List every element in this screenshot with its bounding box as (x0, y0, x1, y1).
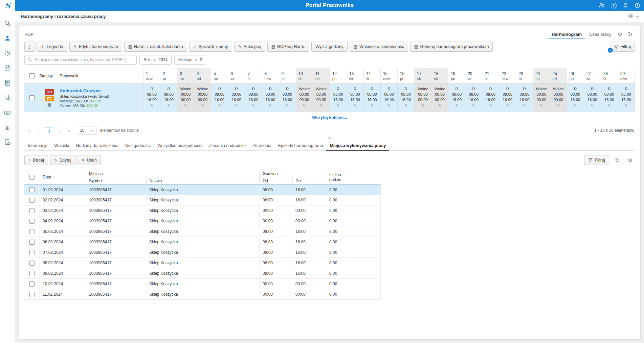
row-checkbox[interactable] (29, 95, 35, 100)
schedule-day-cell[interactable]: R 08:00 16:00 (482, 84, 499, 112)
schedule-day-cell[interactable]: R 08:00 16:00 (279, 84, 296, 112)
table-row[interactable]: 07.02.2024 1003985417 Sklep Koszycka 08:… (24, 247, 381, 258)
workspace-grid-icon[interactable] (628, 13, 634, 20)
edit-pencil-icon[interactable] (499, 103, 516, 108)
schedule-day-cell[interactable]: R 08:00 16:00 (398, 84, 415, 112)
sidebar-settings-document-icon[interactable] (4, 139, 11, 146)
current-page-button[interactable]: 1 (45, 127, 53, 134)
sidebar-document-icon[interactable] (4, 79, 11, 87)
calendar-grid-icon[interactable] (47, 102, 51, 107)
row-checkbox[interactable] (29, 219, 35, 224)
chevron-down-icon[interactable] (636, 14, 639, 18)
edit-pencil-icon[interactable] (279, 103, 296, 108)
detail-action-button[interactable]: + Dodaj (24, 155, 48, 165)
month-filter[interactable]: Miesiąc = 2 (174, 55, 206, 65)
toolbar-button[interactable]: Wylicz godziny (311, 42, 348, 52)
schedule-day-cell[interactable]: R 08:00 16:00 (364, 84, 381, 112)
schedule-day-cell[interactable]: Wolne 00:00 00:00 (415, 84, 431, 112)
edit-pencil-icon[interactable] (398, 103, 414, 108)
edit-pencil-icon[interactable] (618, 103, 635, 108)
edit-pencil-icon[interactable] (160, 103, 177, 108)
schedule-day-cell[interactable]: Wolne 00:00 00:00 (533, 84, 550, 112)
edit-pencil-icon[interactable] (211, 103, 228, 108)
sidebar-rcp-clock-icon[interactable] (4, 20, 11, 27)
next-page-button[interactable] (55, 126, 64, 134)
edit-pencil-icon[interactable] (533, 103, 550, 108)
edit-pencil-icon[interactable] (516, 103, 533, 108)
edit-pencil-icon[interactable] (584, 103, 601, 108)
schedule-day-cell[interactable]: Wolne 00:00 00:00 (431, 84, 448, 112)
edit-pencil-icon[interactable] (228, 103, 245, 108)
schedule-day-cell[interactable]: R 08:00 16:00 (228, 84, 245, 112)
edit-pencil-icon[interactable] (177, 103, 194, 108)
detail-tab[interactable]: Epizody harmonogramu (275, 141, 327, 151)
schedule-day-cell[interactable]: R 08:00 16:00 (567, 84, 584, 112)
collapse-panel-handle[interactable] (24, 136, 635, 139)
toolbar-button[interactable]: ✎ Autoryzuj (234, 42, 265, 52)
sidebar-employees-icon[interactable] (4, 34, 11, 42)
detail-action-button[interactable]: ✎ Edytuj (50, 155, 75, 165)
table-row[interactable]: 11.02.2024 1003985417 Sklep Koszycka 00:… (24, 289, 381, 300)
detail-tab[interactable]: Wnioski (51, 141, 72, 151)
detail-action-button[interactable]: ✕ Usuń (77, 155, 101, 165)
toolbar-button[interactable]: ✓ Sprawdź normy (189, 42, 232, 52)
year-filter[interactable]: Rok = 2024 (139, 55, 172, 65)
history-clock-icon[interactable] (634, 2, 641, 9)
edit-pencil-icon[interactable] (313, 103, 330, 108)
schedule-day-cell[interactable]: R 08:00 16:00 (516, 84, 533, 112)
edit-pencil-icon[interactable] (550, 103, 567, 108)
employee-name-link[interactable]: Ambroziak Grażyna (60, 88, 101, 93)
sidebar-payments-icon[interactable] (4, 109, 11, 116)
detail-tab[interactable]: Zdarzenia (249, 141, 275, 151)
schedule-day-cell[interactable]: R 08:00 16:00 (143, 84, 160, 112)
toolbar-button[interactable]: ✎ Edytuj harmonogram (69, 42, 122, 52)
detail-refresh-icon[interactable] (613, 156, 622, 165)
settings-gear-icon[interactable] (615, 30, 625, 39)
detail-tab[interactable]: Miejsca wykonywania pracy (326, 141, 389, 151)
detail-tab[interactable]: Zlecenia nadgodzin (206, 141, 249, 151)
sidebar-time-icon[interactable] (4, 49, 11, 57)
row-checkbox[interactable] (29, 281, 35, 287)
table-row[interactable]: 10.02.2024 1003985417 Sklep Koszycka 00:… (24, 279, 381, 289)
schedule-day-cell[interactable]: R 08:00 16:00 (381, 84, 398, 112)
load-more-link[interactable]: Wczytaj kolejne... (312, 115, 347, 120)
employee-schedule-row[interactable]: OO EE Ambroziak Grażyna Sklep Koszycka (… (24, 84, 635, 112)
schedule-day-cell[interactable]: R 08:00 16:00 (584, 84, 601, 112)
row-checkbox[interactable] (29, 292, 35, 297)
detail-tab[interactable]: Godziny do rozliczenia (72, 141, 122, 151)
edit-pencil-icon[interactable] (296, 103, 313, 108)
schedule-day-cell[interactable]: R 08:00 16:00 (499, 84, 516, 112)
row-checkbox[interactable] (29, 229, 35, 234)
schedule-day-cell[interactable]: R 08:00 16:00 (618, 84, 635, 112)
last-page-button[interactable] (65, 126, 73, 134)
more-actions-button[interactable] (24, 42, 35, 52)
schedule-day-cell[interactable]: Wolne 00:00 00:00 (296, 84, 313, 112)
schedule-day-cell[interactable]: R 08:00 16:00 (330, 84, 347, 112)
edit-pencil-icon[interactable] (143, 103, 160, 108)
row-checkbox[interactable] (29, 271, 35, 276)
edit-pencil-icon[interactable] (347, 103, 363, 108)
toolbar-button[interactable]: ▦ RCP wg Harm. (267, 42, 309, 52)
users-icon[interactable] (598, 2, 605, 9)
edit-pencil-icon[interactable] (601, 103, 618, 108)
schedule-day-cell[interactable]: R 08:00 16:00 (601, 84, 618, 112)
edit-pencil-icon[interactable] (194, 103, 211, 108)
row-checkbox[interactable] (29, 187, 35, 192)
detail-tab[interactable]: Informacje (24, 141, 51, 151)
table-row[interactable]: 02.02.2024 1003985417 Sklep Koszycka 08:… (24, 195, 381, 205)
detail-tab[interactable]: Niezgodności (122, 141, 154, 151)
edit-pencil-icon[interactable] (381, 103, 397, 108)
sidebar-calendar-icon[interactable] (4, 64, 11, 72)
row-checkbox[interactable] (29, 198, 35, 203)
select-all-checkbox[interactable] (29, 73, 35, 78)
toolbar-button[interactable]: ▦ Wniosek o nieobecność (350, 42, 408, 52)
schedule-day-cell[interactable]: Wolne 00:00 00:00 (550, 84, 567, 112)
schedule-day-cell[interactable]: R 08:00 16:00 (465, 84, 482, 112)
edit-pencil-icon[interactable] (415, 103, 431, 108)
edit-pencil-icon[interactable] (431, 103, 448, 108)
schedule-day-cell[interactable]: R 08:00 16:00 (160, 84, 177, 112)
toolbar-button[interactable]: ▦ Generuj harmonogram pracownikom (410, 42, 493, 52)
search-input[interactable] (35, 57, 133, 62)
table-row[interactable]: 01.02.2024 1003985417 Sklep Koszycka 08:… (24, 185, 381, 195)
schedule-day-cell[interactable]: Wolne 00:00 00:00 (313, 84, 330, 112)
